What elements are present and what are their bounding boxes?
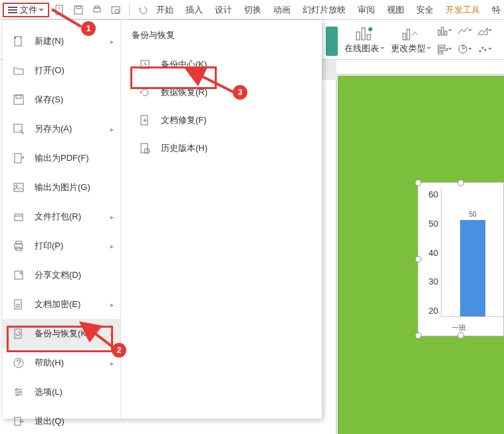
svg-rect-13	[407, 29, 410, 40]
repair-icon	[138, 114, 152, 127]
resize-handle[interactable]	[457, 179, 464, 186]
menu-label: 帮助(H)	[35, 357, 64, 369]
menu-save[interactable]: 保存(S)	[3, 85, 120, 114]
file-menu-right-column: 备份与恢复 备份中心(K)... 数据恢复(R) 文档修复(F) 历史版本(H)	[121, 20, 322, 419]
menu-label: 保存(S)	[35, 94, 63, 106]
tab-design[interactable]: 设计	[215, 4, 232, 16]
chart-y-axis: 60 50 40 30 20	[422, 187, 441, 332]
submenu-history[interactable]: 历史版本(H)	[132, 134, 311, 162]
print-icon[interactable]	[90, 3, 104, 17]
resize-handle[interactable]	[415, 332, 422, 339]
menu-label: 选项(L)	[35, 386, 63, 398]
menu-saveas[interactable]: 另存为(A)▸	[3, 114, 120, 144]
y-tick: 20	[429, 306, 438, 316]
svg-rect-14	[438, 30, 440, 35]
new-doc-icon[interactable]	[53, 3, 66, 17]
pdf-icon	[12, 152, 25, 165]
area-chart-icon[interactable]	[477, 23, 492, 38]
slide-canvas[interactable]: 60 50 40 30 20 50 一班	[338, 76, 504, 434]
svg-rect-5	[95, 6, 99, 8]
svg-rect-19	[438, 52, 443, 54]
menu-print[interactable]: 打印(P)▸	[3, 231, 120, 261]
tab-devtools[interactable]: 开发工具	[445, 4, 480, 16]
exit-icon	[12, 415, 25, 428]
svg-rect-32	[15, 214, 23, 221]
tab-transition[interactable]: 切换	[244, 4, 261, 16]
top-toolbar: 文件 开始 插入 设计 切换 动画 幻灯片放映 审阅 视图 安全 开发工具 特	[0, 0, 504, 20]
menu-help[interactable]: ?帮助(H)▸	[3, 348, 120, 378]
new-icon	[12, 35, 25, 48]
menu-exit[interactable]: 退出(Q)	[3, 407, 120, 434]
hbar-chart-icon[interactable]	[438, 42, 452, 56]
svg-point-22	[482, 47, 484, 49]
resize-handle[interactable]	[457, 332, 464, 339]
tab-review[interactable]: 审阅	[358, 4, 375, 16]
save-icon[interactable]	[72, 3, 85, 17]
submenu-arrow-icon: ▸	[110, 360, 114, 367]
tab-slideshow[interactable]: 幻灯片放映	[303, 4, 346, 16]
preview-icon[interactable]	[109, 3, 122, 17]
menu-backup-restore[interactable]: 备份与恢复(K)▸	[3, 319, 120, 348]
menu-label: 输出为图片(G)	[35, 181, 90, 193]
tab-home[interactable]: 开始	[156, 4, 174, 16]
image-icon	[12, 181, 25, 194]
svg-rect-29	[15, 154, 21, 163]
menu-new[interactable]: 新建(N)▸	[3, 27, 120, 56]
ribbon-online-chart[interactable]: 在线图表	[344, 25, 384, 54]
slide-area: 60 50 40 30 20 50 一班	[322, 60, 504, 434]
annotation-badge-1: 1	[81, 21, 96, 36]
file-menu-panel: 新建(N)▸ 打开(O) 保存(S) 另存为(A)▸ 输出为PDF(F) 输出为…	[3, 20, 322, 419]
bar-chart-icon[interactable]	[438, 23, 452, 38]
svg-rect-18	[438, 49, 447, 51]
submenu-label: 备份中心(K)...	[161, 58, 214, 70]
submenu-label: 数据恢复(R)	[161, 86, 207, 98]
svg-rect-12	[403, 33, 406, 40]
menu-label: 打印(P)	[35, 240, 63, 252]
ruler-vertical	[322, 80, 336, 434]
submenu-label: 文档修复(F)	[161, 114, 207, 126]
menu-share[interactable]: 分享文档(D)	[3, 261, 120, 290]
menu-open[interactable]: 打开(O)	[3, 56, 120, 85]
svg-rect-16	[445, 31, 447, 35]
pie-chart-icon[interactable]	[457, 42, 472, 56]
options-icon	[12, 385, 25, 399]
submenu-backup-center[interactable]: 备份中心(K)...	[132, 51, 311, 78]
menu-encrypt[interactable]: 文档加密(E)▸	[3, 290, 120, 319]
svg-rect-27	[16, 95, 21, 98]
file-menu-label: 文件	[20, 4, 37, 16]
tab-extra[interactable]: 特	[492, 4, 501, 16]
tab-insert[interactable]: 插入	[186, 4, 203, 16]
menu-options[interactable]: 选项(L)	[3, 378, 120, 407]
svg-rect-17	[438, 45, 445, 47]
undo-icon[interactable]	[136, 3, 150, 17]
ribbon-change-type[interactable]: 更改类型	[391, 25, 431, 54]
line-chart-icon[interactable]	[457, 23, 472, 38]
menu-label: 分享文档(D)	[35, 269, 81, 281]
submenu-doc-repair[interactable]: 文档修复(F)	[132, 106, 311, 134]
menu-export-image[interactable]: 输出为图片(G)	[3, 173, 120, 202]
file-menu-button[interactable]: 文件	[3, 3, 49, 17]
tab-security[interactable]: 安全	[416, 4, 434, 16]
y-tick: 50	[429, 219, 438, 229]
svg-rect-38	[17, 304, 19, 307]
svg-rect-2	[74, 6, 82, 14]
tab-animation[interactable]: 动画	[273, 4, 291, 16]
submenu-data-recovery[interactable]: 数据恢复(R)	[132, 78, 311, 106]
menu-label: 打开(O)	[35, 64, 64, 76]
svg-rect-34	[16, 241, 21, 244]
toolbar-separator	[129, 4, 130, 16]
help-icon: ?	[12, 356, 25, 370]
tab-view[interactable]: 视图	[387, 4, 404, 16]
submenu-arrow-icon: ▸	[110, 330, 114, 338]
resize-handle[interactable]	[415, 256, 422, 263]
print-icon	[12, 239, 25, 253]
chart-object[interactable]: 60 50 40 30 20 50 一班	[418, 182, 504, 336]
menu-export-pdf[interactable]: 输出为PDF(F)	[3, 144, 120, 173]
svg-point-7	[115, 9, 119, 13]
resize-handle[interactable]	[415, 179, 422, 186]
menu-label: 退出(Q)	[35, 415, 64, 427]
menu-package[interactable]: 文件打包(R)▸	[3, 202, 120, 231]
scatter-chart-icon[interactable]	[477, 42, 492, 56]
history-icon	[138, 142, 152, 155]
svg-point-25	[15, 37, 17, 39]
